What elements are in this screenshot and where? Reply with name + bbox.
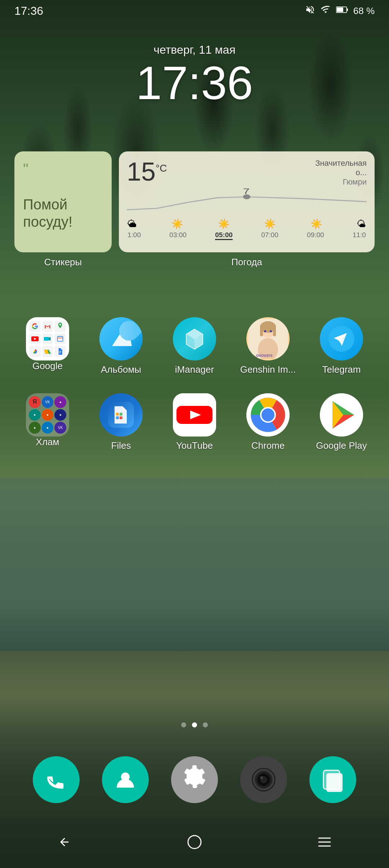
time-3: 05:00 [215, 231, 233, 240]
telegram-svg [328, 326, 354, 352]
weather-label: Погода [119, 257, 375, 268]
app-google-folder[interactable]: Google [17, 317, 78, 375]
svg-rect-38 [120, 413, 122, 416]
sticky-card: " Помой посуду! [14, 151, 112, 252]
clock-widget: четверг, 11 мая 17:36 [0, 43, 389, 106]
trash-mini-1: Я [29, 396, 41, 408]
weather-icon-sun4: ☀️ [310, 218, 322, 230]
time-4: 07:00 [261, 231, 278, 240]
nav-home-button[interactable] [172, 827, 217, 859]
weather-icon-sun3: ☀️ [264, 218, 276, 230]
imanager-label: iManager [175, 364, 214, 375]
settings-svg [180, 765, 209, 794]
app-grid: Google Альбомы [0, 317, 389, 469]
nav-recents-button[interactable] [303, 829, 346, 857]
page-dot-3[interactable] [203, 722, 208, 727]
trash-mini-2: VK [42, 396, 54, 408]
svg-point-48 [261, 408, 274, 421]
weather-chart: 7 🌥 ☀️ ☀️ ☀️ ☀️ 🌤 1:00 03:00 05:00 [127, 188, 367, 228]
trash-mini-5: ● [42, 409, 54, 421]
weather-icons-row: 🌥 ☀️ ☀️ ☀️ ☀️ 🌤 [127, 218, 367, 230]
dock-camera-icon [240, 756, 287, 803]
status-time: 17:36 [14, 4, 43, 18]
sticky-widget[interactable]: " Помой посуду! Стикеры [14, 151, 112, 268]
dock-settings[interactable] [171, 756, 218, 803]
time-6: 11:0 [353, 231, 366, 240]
app-row-2: Я VK ● ● ● ● [11, 393, 378, 451]
svg-text:ovovers: ovovers [256, 353, 273, 358]
weather-temp: 15°C [127, 159, 167, 185]
genshin-img: ovovers [246, 317, 290, 360]
clock-date: четверг, 11 мая [0, 43, 389, 57]
files-svg [108, 402, 134, 428]
app-gplay[interactable]: Google Play [311, 393, 372, 451]
widgets-row: " Помой посуду! Стикеры 15°C Значительна… [14, 151, 375, 268]
google-mini-photos [30, 346, 41, 357]
app-genshin[interactable]: ovovers Genshin Im... [237, 317, 299, 375]
page-dot-2[interactable] [192, 722, 197, 727]
page-indicators [0, 722, 389, 727]
app-files[interactable]: Files [90, 393, 152, 451]
back-icon [57, 835, 72, 849]
svg-marker-20 [112, 333, 132, 346]
dock-phone[interactable] [33, 756, 80, 803]
dock-multiwindow[interactable] [309, 756, 356, 803]
clock-time-display: 17:36 [0, 59, 389, 106]
svg-text:7: 7 [243, 188, 250, 196]
sticky-text: Помой посуду! [23, 182, 103, 244]
google-mini-calendar [54, 333, 66, 345]
app-youtube[interactable]: YouTube [164, 393, 225, 451]
svg-point-33 [270, 330, 272, 332]
albums-icon [99, 317, 143, 360]
app-imanager[interactable]: iManager [164, 317, 225, 375]
status-bar: 17:36 68 % [0, 0, 389, 22]
google-mini-docs [54, 346, 66, 357]
home-icon [187, 834, 202, 850]
weather-widget[interactable]: 15°C Значительная о... Гюмри 7 [119, 151, 375, 268]
time-1: 1:00 [128, 231, 141, 240]
dock [0, 756, 389, 803]
app-chrome[interactable]: Chrome [237, 393, 299, 451]
recents-icon [317, 836, 332, 848]
dock-phone-icon [33, 756, 80, 803]
files-label: Files [111, 440, 131, 451]
battery-text: 68 % [353, 5, 375, 17]
app-trash-folder[interactable]: Я VK ● ● ● ● [17, 393, 78, 451]
svg-point-5 [59, 324, 61, 326]
imanager-icon [173, 317, 216, 360]
weather-icon-sun2: ☀️ [218, 218, 229, 230]
page-dot-1[interactable] [181, 722, 186, 727]
chrome-label: Chrome [251, 440, 285, 451]
genshin-label: Genshin Im... [240, 364, 296, 375]
gplay-svg [320, 393, 363, 437]
youtube-svg [173, 393, 216, 437]
mute-icon [305, 5, 315, 17]
chrome-svg [246, 393, 290, 437]
google-mini-drive [42, 346, 53, 357]
app-telegram[interactable]: Telegram [311, 317, 372, 375]
time-2: 03:00 [169, 231, 187, 240]
app-albums[interactable]: Альбомы [90, 317, 152, 375]
trash-mini-4: ● [29, 409, 41, 421]
svg-rect-1 [346, 9, 348, 11]
nav-back-button[interactable] [43, 828, 86, 858]
svg-rect-39 [116, 416, 119, 419]
dock-multiwindow-icon [309, 756, 356, 803]
files-icon [99, 393, 143, 437]
weather-icon-sun5: 🌤 [357, 218, 366, 230]
trash-folder-icon: Я VK ● ● ● ● [26, 393, 69, 437]
trash-mini-3: ● [54, 396, 66, 408]
weather-chart-svg: 7 [127, 188, 367, 217]
sticky-label: Стикеры [14, 257, 112, 268]
dock-camera[interactable] [240, 756, 287, 803]
youtube-label: YouTube [176, 440, 213, 451]
nav-bar [0, 818, 389, 868]
svg-rect-31 [273, 326, 276, 336]
trash-mini-7: ● [29, 422, 41, 434]
status-icons: 68 % [305, 5, 375, 17]
quote-icon: " [23, 161, 103, 177]
google-folder-icon [26, 317, 69, 360]
dock-settings-icon [171, 756, 218, 803]
dock-contacts[interactable] [102, 756, 149, 803]
multiwindow-svg [320, 767, 346, 793]
